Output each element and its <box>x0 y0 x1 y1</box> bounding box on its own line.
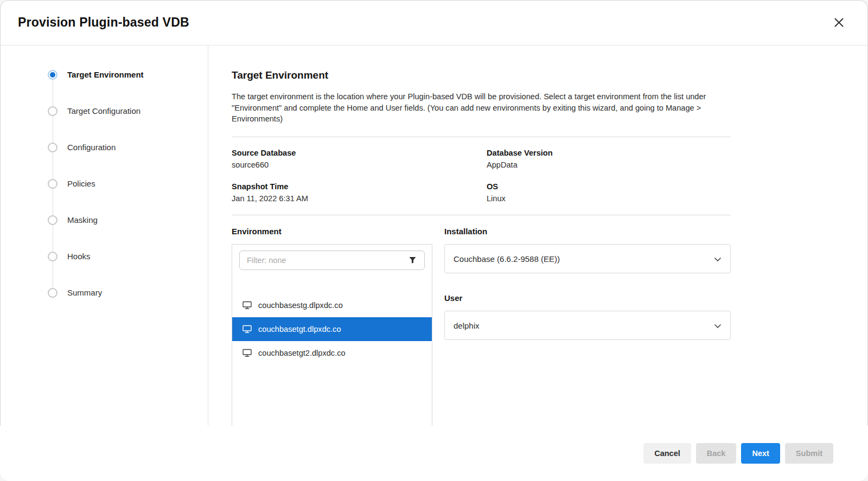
environment-item-label: couchbasetgt.dlpxdc.co <box>258 325 341 334</box>
info-snapshot-time: Snapshot Time Jan 11, 2022 6:31 AM <box>232 176 487 209</box>
filter-funnel-icon[interactable] <box>409 256 417 266</box>
user-value: delphix <box>454 321 480 330</box>
environment-item-selected[interactable]: couchbasetgt.dlpxdc.co <box>232 317 432 341</box>
environment-list: couchbasestg.dlpxdc.co couchbasetgt.dlpx… <box>232 293 432 365</box>
user-select[interactable]: delphix <box>444 311 731 340</box>
dialog-footer: Cancel Back Next Submit <box>0 426 868 481</box>
step-indicator-icon <box>48 179 58 189</box>
info-database-version: Database Version AppData <box>487 142 731 176</box>
info-value: Linux <box>487 194 731 203</box>
cancel-button[interactable]: Cancel <box>643 443 691 464</box>
info-value: source660 <box>232 161 487 169</box>
divider <box>232 215 731 215</box>
dialog-body: Target Environment Target Configuration … <box>0 46 868 426</box>
step-indicator-icon <box>48 143 58 152</box>
step-masking[interactable]: Masking <box>48 202 208 238</box>
chevron-down-icon <box>714 254 722 264</box>
dialog-title: Provision Plugin-based VDB <box>18 15 189 30</box>
step-configuration[interactable]: Configuration <box>48 129 208 165</box>
host-icon <box>242 349 252 357</box>
info-label: Database Version <box>487 149 731 157</box>
environment-filter-input[interactable] <box>239 251 425 270</box>
info-source-database: Source Database source660 <box>232 142 487 176</box>
installation-value: Couchbase (6.6.2-9588 (EE)) <box>454 254 560 264</box>
step-target-configuration[interactable]: Target Configuration <box>48 93 208 129</box>
step-indicator-icon <box>48 252 58 261</box>
step-indicator-icon <box>48 70 58 80</box>
info-label: Snapshot Time <box>232 182 487 191</box>
step-label: Policies <box>67 179 95 188</box>
main-panel: Target Environment The target environmen… <box>208 46 868 426</box>
provision-vdb-dialog: Provision Plugin-based VDB Target Enviro… <box>0 0 868 481</box>
dialog-header: Provision Plugin-based VDB <box>0 0 868 46</box>
installation-select[interactable]: Couchbase (6.6.2-9588 (EE)) <box>444 244 731 273</box>
environment-item[interactable]: couchbasestg.dlpxdc.co <box>232 293 432 317</box>
step-policies[interactable]: Policies <box>48 165 208 202</box>
close-icon <box>833 22 845 30</box>
close-button[interactable] <box>829 13 848 32</box>
environment-label: Environment <box>232 227 432 236</box>
info-os: OS Linux <box>487 176 731 209</box>
step-indicator-icon <box>48 288 58 298</box>
step-label: Hooks <box>67 252 91 261</box>
user-label: User <box>444 293 731 303</box>
step-label: Configuration <box>67 143 116 152</box>
step-indicator-icon <box>48 106 58 116</box>
back-button: Back <box>696 443 737 464</box>
environment-item[interactable]: couchbasetgt2.dlpxdc.co <box>232 341 432 365</box>
step-summary[interactable]: Summary <box>48 274 208 311</box>
step-label: Target Environment <box>67 70 144 79</box>
chevron-down-icon <box>714 321 722 330</box>
source-info-grid: Source Database source660 Database Versi… <box>232 137 731 215</box>
step-hooks[interactable]: Hooks <box>48 238 208 274</box>
step-label: Masking <box>67 215 98 225</box>
environment-item-label: couchbasestg.dlpxdc.co <box>258 301 343 310</box>
page-description: The target environment is the location w… <box>232 91 731 125</box>
environment-listbox: couchbasestg.dlpxdc.co couchbasetgt.dlpx… <box>232 244 432 426</box>
info-value: AppData <box>487 161 731 169</box>
info-value: Jan 11, 2022 6:31 AM <box>232 194 487 203</box>
step-label: Target Configuration <box>67 106 141 116</box>
next-button[interactable]: Next <box>741 443 780 464</box>
host-icon <box>242 325 252 334</box>
submit-button: Submit <box>785 443 833 464</box>
info-label: Source Database <box>232 149 487 157</box>
installation-section: Installation Couchbase (6.6.2-9588 (EE))… <box>444 227 731 426</box>
environment-section: Environment <box>232 227 432 426</box>
host-icon <box>242 301 252 310</box>
step-target-environment[interactable]: Target Environment <box>48 56 208 93</box>
step-indicator-icon <box>48 215 58 225</box>
environment-filter <box>232 245 432 276</box>
page-title: Target Environment <box>232 69 731 81</box>
environment-item-label: couchbasetgt2.dlpxdc.co <box>258 349 346 357</box>
info-label: OS <box>487 182 731 191</box>
step-label: Summary <box>67 288 102 297</box>
wizard-stepper: Target Environment Target Configuration … <box>0 46 208 426</box>
installation-label: Installation <box>444 227 731 236</box>
